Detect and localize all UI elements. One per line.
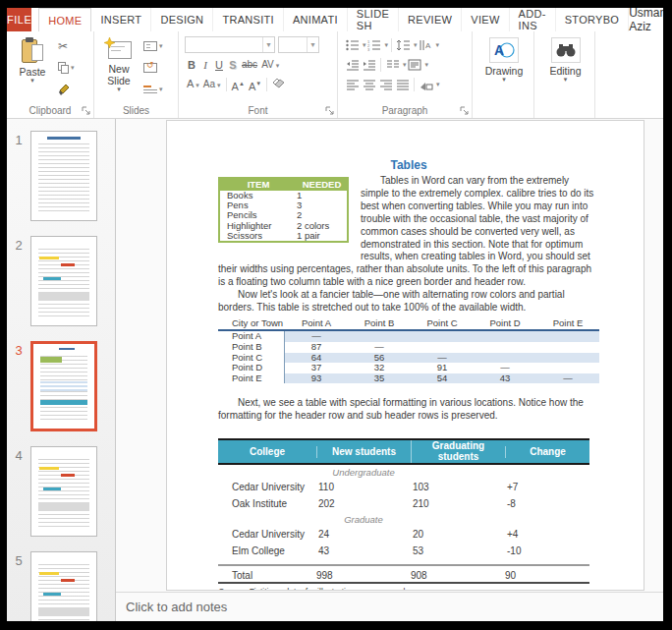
tab-animati[interactable]: ANIMATI — [284, 8, 348, 31]
font-dialog-launcher-icon[interactable] — [325, 106, 335, 116]
college-cell: Cedar University — [218, 479, 316, 495]
strikethrough-button[interactable]: abc — [240, 57, 259, 73]
tab-transiti[interactable]: TRANSITI — [213, 8, 284, 31]
college-total-cell: Total — [218, 566, 316, 586]
convert-to-smartart-button[interactable] — [418, 78, 434, 92]
numbering-button[interactable]: 123 — [366, 38, 383, 53]
notes-placeholder: Click to add notes — [126, 600, 227, 614]
slides-group-label: Slides — [94, 105, 178, 116]
tab-add-ins[interactable]: ADD-INS — [510, 8, 556, 31]
drawing-button[interactable]: A Drawing ▾ — [478, 35, 530, 100]
thumbnail-decoration — [61, 579, 75, 582]
distance-table[interactable]: City or TownPoint APoint BPoint CPoint D… — [218, 317, 599, 383]
college-cell: 20 — [411, 526, 505, 543]
columns-button[interactable] — [384, 58, 401, 73]
decrease-font-size-button[interactable]: A▼ — [247, 76, 263, 94]
tab-design[interactable]: DESIGN — [151, 8, 213, 31]
thumbnail-page[interactable] — [30, 551, 97, 621]
slide-thumbnail-2[interactable]: 2 — [7, 236, 115, 326]
tab-file[interactable]: FILE — [7, 8, 31, 31]
thumbnail-number: 4 — [7, 446, 30, 537]
slide-thumbnail-1[interactable]: 1 — [7, 131, 115, 221]
tab-insert[interactable]: INSERT — [91, 8, 151, 31]
editing-button[interactable]: Editing ▾ — [541, 35, 590, 100]
slide-canvas[interactable]: Tables ITEM NEEDED Books1Pens3Pencils2Hi… — [166, 120, 644, 591]
supplies-table[interactable]: ITEM NEEDED Books1Pens3Pencils2Highlight… — [218, 177, 349, 243]
slide-thumbnail-5[interactable]: 5 — [7, 551, 115, 621]
clipboard-group: Paste ▾ ✂ ▾ Clipboard — [7, 31, 94, 118]
thumbnail-page[interactable] — [30, 236, 97, 326]
clear-formatting-button[interactable] — [270, 77, 287, 92]
paragraph-dialog-launcher-icon[interactable] — [460, 106, 470, 116]
distance-table-body: Point A—Point B87—Point C6456—Point D373… — [218, 329, 599, 383]
tab-storybo[interactable]: STORYBO — [556, 8, 630, 31]
tab-view[interactable]: VIEW — [462, 8, 509, 31]
ribbon-tab-bar: FILE HOMEINSERTDESIGNTRANSITIANIMATISLID… — [7, 8, 663, 31]
thumbnail-number: 5 — [7, 551, 30, 621]
thumbnail-page[interactable] — [30, 131, 97, 221]
align-text-button[interactable] — [407, 58, 423, 73]
distance-value: 35 — [348, 373, 411, 384]
paste-button[interactable]: Paste ▾ — [11, 35, 54, 100]
thumbnail-number: 2 — [7, 236, 30, 326]
line-spacing-button[interactable] — [395, 38, 412, 53]
slide-heading[interactable]: Tables — [218, 158, 599, 172]
text-direction-button[interactable]: A — [418, 38, 434, 53]
underline-button[interactable]: U — [212, 57, 226, 73]
reset-button[interactable]: ↺ — [143, 60, 163, 76]
decrease-indent-button[interactable] — [344, 58, 361, 73]
align-left-button[interactable] — [344, 78, 361, 92]
eraser-icon — [272, 77, 285, 88]
layout-button[interactable]: ▾ — [143, 38, 163, 54]
font-name-dropdown-arrow[interactable]: ▼ — [262, 37, 274, 52]
new-slide-dropdown-arrow[interactable]: ▾ — [117, 86, 121, 92]
cut-button[interactable]: ✂ — [58, 38, 75, 54]
font-size-select[interactable]: ▼ — [278, 36, 319, 53]
clipboard-group-label: Clipboard — [7, 105, 93, 116]
format-painter-button[interactable] — [58, 82, 75, 97]
bold-button[interactable]: B — [185, 57, 198, 73]
paragraph-fancier-table[interactable]: Now let's look at a fancier table—one wi… — [218, 289, 599, 315]
tab-review[interactable]: REVIEW — [399, 8, 462, 31]
copy-button[interactable]: ▾ — [58, 60, 75, 76]
font-color-button[interactable]: A▾ — [185, 76, 201, 93]
thumbnail-decoration — [39, 572, 59, 575]
college-table[interactable]: CollegeNew studentsGraduating studentsCh… — [218, 438, 589, 591]
clipboard-dialog-launcher-icon[interactable] — [82, 106, 91, 116]
paragraph-special-formatting[interactable]: Next, we see a table with special format… — [218, 397, 599, 423]
thumbnail-decoration — [43, 277, 61, 280]
paste-dropdown-arrow[interactable]: ▾ — [30, 78, 34, 84]
distance-value — [411, 331, 474, 342]
align-center-button[interactable] — [361, 78, 377, 92]
thumbnail-page[interactable] — [30, 341, 97, 431]
thumbnail-decoration — [38, 607, 89, 616]
change-case-button[interactable]: Aa▾ — [201, 77, 223, 93]
tab-home[interactable]: HOME — [38, 8, 91, 31]
slide-thumbnail-3[interactable]: 3 — [7, 341, 115, 431]
font-name-select[interactable]: ▼ — [185, 36, 275, 53]
increase-indent-button[interactable] — [361, 58, 377, 73]
thumbnail-page[interactable] — [30, 446, 97, 537]
college-subheader-row: Graduate — [218, 514, 589, 526]
account-user-name[interactable]: Usman Aziz — [629, 8, 663, 31]
supplies-col-needed: NEEDED — [297, 179, 347, 191]
justify-button[interactable] — [394, 78, 411, 92]
section-button[interactable]: ▾ — [143, 82, 163, 97]
notes-pane[interactable]: Click to add notes — [116, 592, 663, 621]
character-spacing-arrow[interactable]: ▾ — [276, 62, 280, 69]
font-size-dropdown-arrow[interactable]: ▼ — [307, 37, 318, 52]
font-group-label: Font — [179, 105, 337, 116]
editing-dropdown-arrow[interactable]: ▾ — [564, 77, 568, 83]
thumbnail-number: 1 — [7, 131, 30, 221]
drawing-dropdown-arrow[interactable]: ▾ — [502, 77, 506, 83]
italic-button[interactable]: I — [198, 57, 212, 73]
new-slide-button[interactable]: New Slide ▾ — [98, 35, 140, 100]
character-spacing-button[interactable]: AV▾ — [259, 57, 281, 74]
bullets-button[interactable] — [344, 38, 361, 53]
text-shadow-button[interactable]: S — [226, 57, 240, 73]
increase-font-size-button[interactable]: A▲ — [230, 76, 247, 94]
slide-thumbnail-4[interactable]: 4 — [7, 446, 115, 537]
align-right-button[interactable] — [377, 78, 394, 92]
tab-slide-sh[interactable]: SLIDE SH — [348, 8, 399, 31]
college-header-cell: College — [218, 446, 316, 459]
